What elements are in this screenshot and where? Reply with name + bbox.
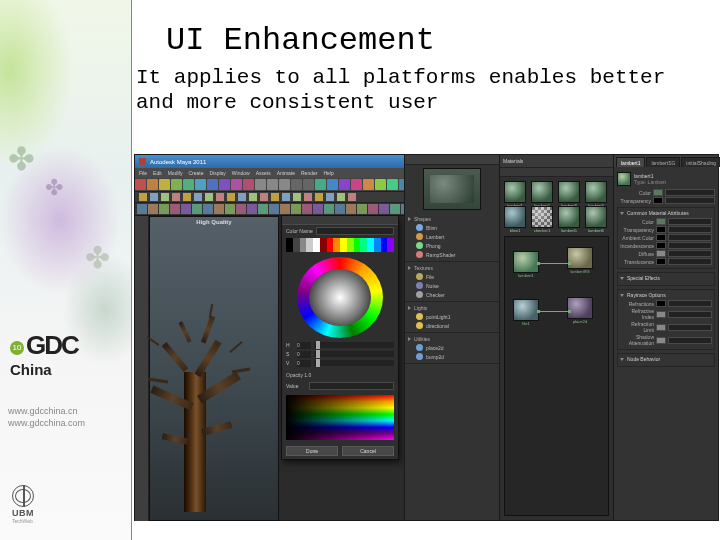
shelf-button[interactable] bbox=[258, 204, 268, 214]
attr-slider[interactable] bbox=[668, 258, 712, 265]
preset-swatch[interactable] bbox=[333, 245, 340, 252]
attr-slider[interactable] bbox=[668, 311, 712, 318]
preset-swatch[interactable] bbox=[354, 238, 361, 245]
list-item[interactable]: Noise bbox=[408, 281, 496, 290]
attr-group-title[interactable]: Raytrace Options bbox=[627, 292, 666, 298]
shelf-button[interactable] bbox=[291, 204, 301, 214]
graph-node[interactable]: lambertSG bbox=[567, 247, 593, 274]
list-item[interactable]: Blinn bbox=[408, 223, 496, 232]
preset-swatch[interactable] bbox=[367, 245, 374, 252]
menu-item[interactable]: Edit bbox=[153, 170, 162, 176]
attr-slider[interactable] bbox=[668, 324, 712, 331]
create-panel-header[interactable] bbox=[405, 155, 499, 165]
attr-color-swatch[interactable] bbox=[656, 337, 666, 344]
material-swatch[interactable]: lambert1 bbox=[504, 181, 526, 203]
list-item[interactable]: place2d bbox=[408, 343, 496, 352]
preset-swatch[interactable] bbox=[306, 245, 313, 252]
shelf-button[interactable] bbox=[313, 204, 323, 214]
attr-color-swatch[interactable] bbox=[656, 250, 666, 257]
preset-swatch[interactable] bbox=[374, 245, 381, 252]
toolbar-button[interactable] bbox=[315, 193, 323, 201]
preset-swatch[interactable] bbox=[320, 238, 327, 245]
menu-item[interactable]: Create bbox=[188, 170, 203, 176]
toolbar-button[interactable] bbox=[194, 193, 202, 201]
shelf-button[interactable] bbox=[137, 204, 147, 214]
menu-item[interactable]: Display bbox=[209, 170, 225, 176]
menu-item[interactable]: Help bbox=[323, 170, 333, 176]
val-slider[interactable] bbox=[314, 360, 394, 366]
material-swatch[interactable]: lambert5 bbox=[558, 206, 580, 228]
statusline-button[interactable] bbox=[207, 179, 218, 190]
color-done-button[interactable]: Done bbox=[286, 446, 338, 456]
attr-slider[interactable] bbox=[668, 226, 712, 233]
toolbar-button[interactable] bbox=[161, 193, 169, 201]
preset-swatch[interactable] bbox=[327, 245, 334, 252]
shelf-button[interactable] bbox=[324, 204, 334, 214]
menu-item[interactable]: Modify bbox=[168, 170, 183, 176]
attr-color-swatch[interactable] bbox=[656, 242, 666, 249]
attr-color-swatch[interactable] bbox=[656, 300, 666, 307]
shelf-button[interactable] bbox=[269, 204, 279, 214]
statusline-button[interactable] bbox=[291, 179, 302, 190]
preset-swatch[interactable] bbox=[293, 238, 300, 245]
viewport[interactable]: High Quality bbox=[149, 216, 279, 521]
attr-color-swatch[interactable] bbox=[656, 311, 666, 318]
preset-swatch[interactable] bbox=[381, 245, 388, 252]
graph-node[interactable]: file1 bbox=[513, 299, 539, 326]
shelf-button[interactable] bbox=[170, 204, 180, 214]
preset-swatch[interactable] bbox=[340, 245, 347, 252]
shelf-button[interactable] bbox=[379, 204, 389, 214]
attribute-tabs[interactable]: lambert1lambertSGinitialShading bbox=[614, 155, 718, 167]
toolbar-button[interactable] bbox=[337, 193, 345, 201]
material-swatch[interactable]: lambert3 bbox=[558, 181, 580, 203]
attr-color-swatch[interactable] bbox=[653, 197, 663, 204]
shelf-button[interactable] bbox=[335, 204, 345, 214]
statusline-button[interactable] bbox=[339, 179, 350, 190]
toolbar-button[interactable] bbox=[172, 193, 180, 201]
preset-swatch[interactable] bbox=[360, 245, 367, 252]
toolbar-button[interactable] bbox=[139, 193, 147, 201]
preset-swatch[interactable] bbox=[300, 238, 307, 245]
preset-swatch[interactable] bbox=[381, 238, 388, 245]
attr-color-swatch[interactable] bbox=[656, 324, 666, 331]
menu-item[interactable]: Animate bbox=[277, 170, 295, 176]
color-picker-window[interactable]: Color Name H0 S0 V0 Opacity 1.0 Value Do… bbox=[281, 215, 399, 460]
list-item[interactable]: Phong bbox=[408, 241, 496, 250]
statusline-button[interactable] bbox=[387, 179, 398, 190]
statusline-button[interactable] bbox=[243, 179, 254, 190]
shelf-button[interactable] bbox=[214, 204, 224, 214]
statusline-button[interactable] bbox=[219, 179, 230, 190]
attr-group-title[interactable]: Special Effects bbox=[627, 275, 660, 281]
gdc-link-com[interactable]: www.gdcchina.com bbox=[8, 417, 85, 429]
toolbar-button[interactable] bbox=[227, 193, 235, 201]
statusline-button[interactable] bbox=[255, 179, 266, 190]
preset-swatch[interactable] bbox=[306, 238, 313, 245]
statusline-button[interactable] bbox=[195, 179, 206, 190]
color-picker-titlebar[interactable] bbox=[282, 216, 398, 225]
list-item[interactable]: pointLight1 bbox=[408, 312, 496, 321]
attr-color-swatch[interactable] bbox=[656, 234, 666, 241]
list-item[interactable]: RampShader bbox=[408, 250, 496, 259]
toolbar-button[interactable] bbox=[271, 193, 279, 201]
hypershade-toolbar[interactable] bbox=[500, 167, 613, 177]
list-item[interactable]: bump2d bbox=[408, 352, 496, 361]
attr-slider[interactable] bbox=[665, 197, 715, 204]
attr-slider[interactable] bbox=[668, 337, 712, 344]
attr-color-swatch[interactable] bbox=[656, 218, 666, 225]
toolbar-button[interactable] bbox=[348, 193, 356, 201]
material-swatch[interactable]: lambert4 bbox=[585, 181, 607, 203]
preset-swatch[interactable] bbox=[367, 238, 374, 245]
preset-swatch[interactable] bbox=[347, 238, 354, 245]
shelf-button[interactable] bbox=[280, 204, 290, 214]
color-wheel[interactable] bbox=[297, 257, 383, 338]
material-swatch[interactable]: lambert2 bbox=[531, 181, 553, 203]
statusline-button[interactable] bbox=[231, 179, 242, 190]
hypershade-tabs[interactable]: Materials bbox=[500, 155, 613, 167]
menu-item[interactable]: Window bbox=[232, 170, 250, 176]
shelf-button[interactable] bbox=[390, 204, 400, 214]
section-header[interactable]: Textures bbox=[408, 265, 496, 271]
shelf-button[interactable] bbox=[368, 204, 378, 214]
menu-item[interactable]: Render bbox=[301, 170, 317, 176]
attr-color-swatch[interactable] bbox=[653, 189, 663, 196]
statusline-button[interactable] bbox=[171, 179, 182, 190]
